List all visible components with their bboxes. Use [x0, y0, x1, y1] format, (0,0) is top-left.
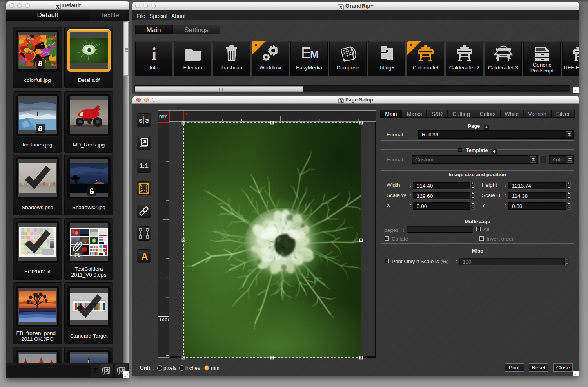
- svg-text:0: 0: [185, 112, 187, 116]
- svg-text:CA_DER: CA_DER: [39, 51, 50, 54]
- svg-text:*: *: [139, 250, 141, 256]
- svg-text:E: E: [301, 45, 310, 61]
- svg-text:CALDERA: CALDERA: [21, 51, 34, 53]
- svg-text:i: i: [151, 44, 156, 63]
- svg-text:1000: 1000: [159, 318, 169, 322]
- svg-text:s: s: [139, 117, 142, 124]
- svg-text:0: 0: [159, 124, 161, 128]
- svg-text:1:1: 1:1: [139, 163, 148, 169]
- svg-text:CALDERA: CALDERA: [22, 38, 35, 41]
- svg-text:M: M: [310, 49, 319, 60]
- svg-text:CA_DER: CA_DER: [42, 38, 53, 41]
- svg-text:s: s: [145, 117, 149, 124]
- svg-text:A: A: [141, 251, 148, 262]
